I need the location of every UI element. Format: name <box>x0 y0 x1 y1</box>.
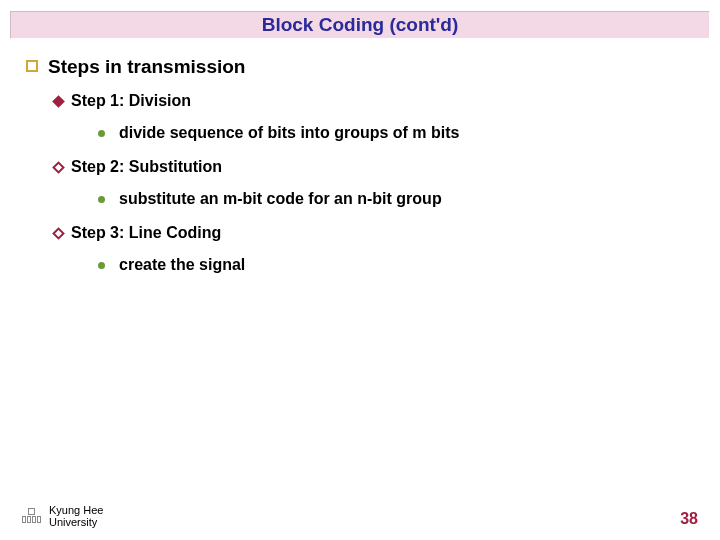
step-row: Step 3: Line Coding <box>54 224 700 242</box>
university-line1: Kyung Hee <box>49 504 103 516</box>
dot-icon <box>98 130 105 137</box>
slide-title: Block Coding (cont'd) <box>262 14 459 36</box>
step-detail: substitute an m-bit code for an n-bit gr… <box>119 190 442 208</box>
diamond-hollow-icon <box>52 161 65 174</box>
main-heading: Steps in transmission <box>48 56 245 78</box>
footer: Kyung Hee University <box>22 504 103 528</box>
step-detail-row: substitute an m-bit code for an n-bit gr… <box>98 190 700 208</box>
step-title: Step 1: Division <box>71 92 191 110</box>
content-area: Steps in transmission Step 1: Division d… <box>26 56 700 290</box>
diamond-hollow-icon <box>52 227 65 240</box>
main-heading-row: Steps in transmission <box>26 56 700 78</box>
step-detail-row: divide sequence of bits into groups of m… <box>98 124 700 142</box>
diamond-solid-icon <box>52 95 65 108</box>
step-row: Step 1: Division <box>54 92 700 110</box>
university-logo-icon <box>22 508 41 523</box>
university-name: Kyung Hee University <box>49 504 103 528</box>
university-line2: University <box>49 516 103 528</box>
dot-icon <box>98 196 105 203</box>
title-bar: Block Coding (cont'd) <box>10 11 710 39</box>
step-row: Step 2: Substitution <box>54 158 700 176</box>
step-detail: create the signal <box>119 256 245 274</box>
step-detail: divide sequence of bits into groups of m… <box>119 124 459 142</box>
step-detail-row: create the signal <box>98 256 700 274</box>
step-title: Step 3: Line Coding <box>71 224 221 242</box>
step-title: Step 2: Substitution <box>71 158 222 176</box>
dot-icon <box>98 262 105 269</box>
page-number: 38 <box>680 510 698 528</box>
square-bullet-icon <box>26 60 38 72</box>
